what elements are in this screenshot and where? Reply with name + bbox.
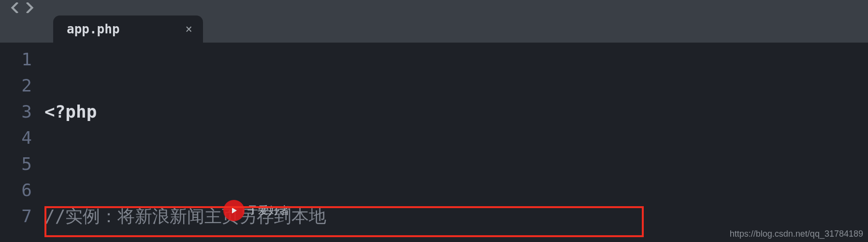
nav-arrows	[0, 0, 44, 15]
source-url: https://blog.csdn.net/qq_31784189	[730, 229, 863, 239]
code-line: //实例：将新浪新闻主页另存到本地	[44, 203, 868, 229]
nav-forward-icon[interactable]	[25, 2, 34, 13]
editor[interactable]: 1 2 3 4 5 6 7 <?php //实例：将新浪新闻主页另存到本地 $f…	[0, 43, 868, 242]
code-line: <?php	[44, 99, 868, 125]
close-icon[interactable]: ×	[186, 22, 192, 36]
comment: //实例：将新浪新闻主页另存到本地	[44, 203, 326, 229]
php-keyword: php	[65, 99, 97, 125]
line-number: 6	[0, 177, 44, 203]
line-number: 7	[0, 203, 44, 229]
nav-back-icon[interactable]	[11, 2, 19, 13]
line-number: 1	[0, 46, 44, 73]
line-number: 4	[0, 125, 44, 151]
line-number-gutter: 1 2 3 4 5 6 7	[0, 43, 44, 242]
tab-app-php[interactable]: app.php ×	[53, 15, 203, 43]
tab-bar: app.php ×	[0, 15, 868, 43]
title-bar	[0, 0, 868, 15]
code-area[interactable]: <?php //实例：将新浪新闻主页另存到本地 $filename = "htt…	[44, 43, 868, 242]
php-open-tag: <?	[44, 99, 65, 125]
line-number: 3	[0, 99, 44, 125]
line-number: 2	[0, 73, 44, 99]
tab-title: app.php	[67, 22, 120, 36]
line-number: 5	[0, 151, 44, 177]
